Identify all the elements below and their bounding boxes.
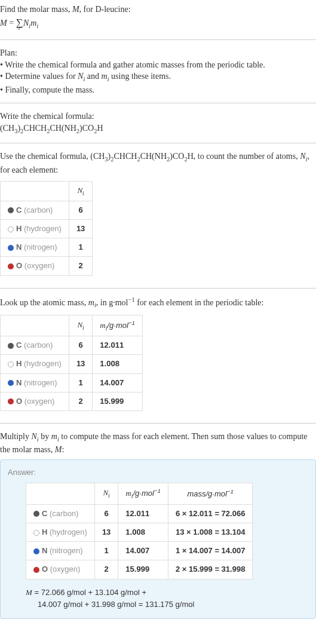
empty-header [26, 483, 95, 505]
element-cell: C (carbon) [1, 336, 69, 355]
table-row: O (oxygen) 2 15.999 2 × 15.999 = 31.998 [26, 560, 253, 579]
final-equation: M = 72.066 g/mol + 13.104 g/mol + 14.007… [26, 587, 308, 612]
table-row: N (nitrogen) 1 14.007 1 × 14.007 = 14.00… [26, 542, 253, 560]
element-cell: C (carbon) [26, 504, 95, 523]
multiply-section: Multiply Ni by mi to compute the mass fo… [0, 427, 316, 626]
ni-header: Ni [69, 315, 92, 336]
element-cell: O (oxygen) [1, 257, 69, 275]
divider [0, 288, 316, 289]
table-row: C (carbon) 6 12.011 6 × 12.011 = 72.066 [26, 504, 253, 523]
ni-value: 1 [69, 373, 92, 392]
ni-value: 2 [69, 257, 92, 275]
plan-heading: Plan: [0, 47, 316, 59]
mi-value: 15.999 [118, 560, 168, 579]
count-table: Ni C (carbon) 6 H (hydrogen) 13 N (nitro… [0, 181, 93, 276]
final-line1: M = 72.066 g/mol + 13.104 g/mol + [26, 587, 308, 599]
element-cell: O (oxygen) [1, 392, 69, 410]
table-row: C (carbon) 6 12.011 [1, 336, 143, 355]
table-row: C (carbon) 6 [1, 201, 93, 219]
table-header-row: Ni [1, 181, 93, 201]
empty-header [1, 181, 69, 201]
mi-value: 1.008 [118, 523, 168, 542]
multiply-intro: Multiply Ni by mi to compute the mass fo… [0, 431, 316, 456]
count-intro: Use the chemical formula, (CH3)2CHCH2CH(… [0, 151, 316, 176]
hydrogen-dot-icon [8, 361, 14, 367]
element-cell: O (oxygen) [26, 560, 95, 579]
plan-item-3: • Finally, compute the mass. [0, 84, 316, 96]
final-line2: 14.007 g/mol + 31.998 g/mol = 131.175 g/… [38, 599, 308, 611]
ni-value: 1 [69, 238, 92, 257]
ni-value: 1 [94, 542, 118, 560]
carbon-dot-icon [8, 343, 14, 349]
oxygen-dot-icon [33, 567, 39, 573]
mass-intro: Look up the atomic mass, mi, in g·mol−1 … [0, 296, 316, 310]
ni-value: 13 [69, 219, 92, 238]
mi-value: 12.011 [118, 504, 168, 523]
count-section: Use the chemical formula, (CH3)2CHCH2CH(… [0, 147, 316, 284]
ni-value: 2 [69, 392, 92, 410]
table-row: H (hydrogen) 13 [1, 219, 93, 238]
ni-header: Ni [94, 483, 118, 505]
intro-equation: M = ∑i Nimi [0, 16, 316, 33]
element-cell: H (hydrogen) [26, 523, 95, 542]
hydrogen-dot-icon [33, 530, 39, 536]
mass-header: mass/g·mol−1 [168, 483, 253, 505]
answer-label: Answer: [8, 467, 308, 478]
table-row: H (hydrogen) 13 1.008 13 × 1.008 = 13.10… [26, 523, 253, 542]
carbon-dot-icon [8, 207, 14, 213]
intro-section: Find the molar mass, M, for D-leucine: M… [0, 0, 316, 36]
divider [0, 103, 316, 103]
table-header-row: Ni mi/g·mol−1 [1, 315, 143, 336]
ni-value: 6 [69, 336, 92, 355]
ni-value: 13 [94, 523, 118, 542]
oxygen-dot-icon [8, 398, 14, 404]
answer-box: Answer: Ni mi/g·mol−1 mass/g·mol−1 C (ca… [0, 459, 316, 619]
element-cell: C (carbon) [1, 201, 69, 219]
plan-section: Plan: • Write the chemical formula and g… [0, 44, 316, 99]
element-cell: N (nitrogen) [1, 238, 69, 257]
mass-value: 1 × 14.007 = 14.007 [168, 542, 253, 560]
formula-section: Write the chemical formula: (CH3)2CHCH2C… [0, 107, 316, 139]
divider [0, 143, 316, 143]
table-row: N (nitrogen) 1 14.007 [1, 373, 143, 392]
divider [0, 423, 316, 424]
carbon-dot-icon [33, 511, 39, 517]
table-row: O (oxygen) 2 15.999 [1, 392, 143, 410]
mi-value: 14.007 [93, 373, 143, 392]
nitrogen-dot-icon [33, 548, 39, 554]
table-header-row: Ni mi/g·mol−1 mass/g·mol−1 [26, 483, 253, 505]
plan-item-2: • Determine values for Ni and mi using t… [0, 70, 316, 84]
element-cell: H (hydrogen) [1, 219, 69, 238]
mi-header: mi/g·mol−1 [93, 315, 143, 336]
mi-value: 15.999 [93, 392, 143, 410]
answer-table: Ni mi/g·mol−1 mass/g·mol−1 C (carbon) 6 … [26, 483, 253, 579]
mi-header: mi/g·mol−1 [118, 483, 168, 505]
empty-header [1, 315, 69, 336]
plan-item-1: • Write the chemical formula and gather … [0, 59, 316, 71]
hydrogen-dot-icon [8, 226, 14, 232]
oxygen-dot-icon [8, 263, 14, 269]
table-row: O (oxygen) 2 [1, 257, 93, 275]
mass-section: Look up the atomic mass, mi, in g·mol−1 … [0, 292, 316, 419]
mass-value: 13 × 1.008 = 13.104 [168, 523, 253, 542]
intro-line1: Find the molar mass, M, for D-leucine: [0, 4, 316, 16]
table-row: H (hydrogen) 13 1.008 [1, 355, 143, 373]
ni-value: 6 [94, 504, 118, 523]
mass-value: 6 × 12.011 = 72.066 [168, 504, 253, 523]
formula-heading: Write the chemical formula: [0, 111, 316, 122]
nitrogen-dot-icon [8, 245, 14, 251]
chemical-formula: (CH3)2CHCH2CH(NH2)CO2H [0, 122, 316, 136]
divider [0, 39, 316, 40]
mass-value: 2 × 15.999 = 31.998 [168, 560, 253, 579]
ni-value: 13 [69, 355, 92, 373]
ni-value: 2 [94, 560, 118, 579]
element-cell: N (nitrogen) [26, 542, 95, 560]
element-cell: H (hydrogen) [1, 355, 69, 373]
ni-header: Ni [69, 181, 92, 201]
ni-value: 6 [69, 201, 92, 219]
mi-value: 1.008 [93, 355, 143, 373]
mi-value: 14.007 [118, 542, 168, 560]
nitrogen-dot-icon [8, 380, 14, 386]
mass-table: Ni mi/g·mol−1 C (carbon) 6 12.011 H (hyd… [0, 315, 143, 411]
element-cell: N (nitrogen) [1, 373, 69, 392]
